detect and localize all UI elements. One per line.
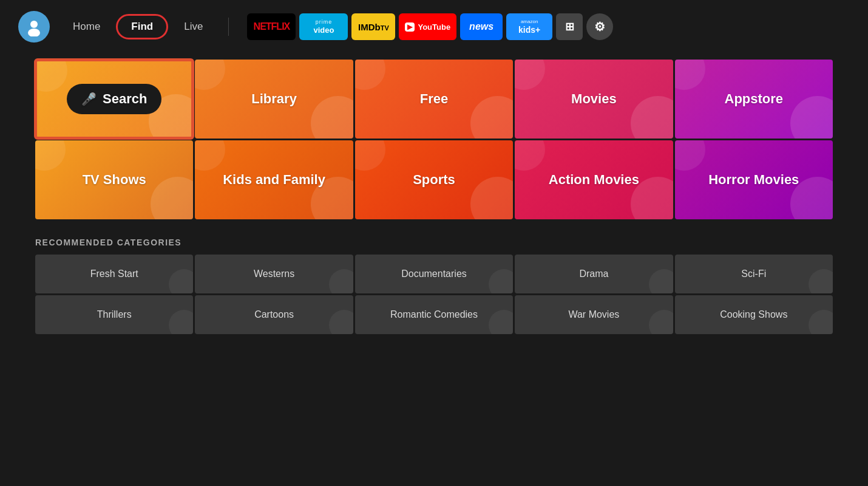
amazon-label: amazon — [521, 19, 538, 24]
settings-button[interactable]: ⚙ — [586, 13, 613, 40]
thrillers-label: Thrillers — [97, 309, 132, 320]
nav-divider — [228, 18, 229, 36]
romantic-comedies-label: Romantic Comedies — [390, 309, 478, 320]
documentaries-label: Documentaries — [401, 269, 467, 279]
svg-point-0 — [30, 21, 38, 28]
drama-label: Drama — [579, 269, 608, 279]
settings-icon: ⚙ — [594, 19, 605, 34]
recommended-section: RECOMMENDED CATEGORIES Fresh Start Weste… — [35, 238, 833, 334]
cooking-shows-label: Cooking Shows — [720, 309, 787, 320]
library-cell[interactable]: Library — [195, 60, 353, 139]
fresh-start-label: Fresh Start — [90, 269, 138, 279]
category-grid: 🎤 Search Library Free Movies Appstore TV… — [35, 60, 833, 219]
sci-fi-label: Sci-Fi — [741, 269, 766, 279]
netflix-logo[interactable]: NETFLIX — [247, 13, 296, 40]
rec-romantic-comedies[interactable]: Romantic Comedies — [355, 295, 513, 334]
rec-war-movies[interactable]: War Movies — [515, 295, 673, 334]
imdb-label: IMDbTV — [358, 22, 389, 32]
youtube-label: YouTube — [418, 22, 450, 32]
recommended-title: RECOMMENDED CATEGORIES — [35, 238, 833, 247]
actionmovies-cell[interactable]: Action Movies — [515, 140, 673, 219]
tvshows-label: TV Shows — [83, 172, 146, 188]
movies-cell[interactable]: Movies — [515, 60, 673, 139]
microphone-icon: 🎤 — [81, 92, 97, 106]
free-label: Free — [420, 91, 448, 107]
rec-thrillers[interactable]: Thrillers — [35, 295, 193, 334]
news-logo[interactable]: news — [460, 13, 503, 40]
kidsandfamily-cell[interactable]: Kids and Family — [195, 140, 353, 219]
prime-logo[interactable]: prime video — [299, 13, 348, 40]
tvshows-cell[interactable]: TV Shows — [35, 140, 193, 219]
search-label: Search — [103, 91, 147, 107]
imdb-logo[interactable]: IMDbTV — [351, 13, 395, 40]
service-logos: NETFLIX prime video IMDbTV ▶ YouTube new… — [247, 13, 613, 40]
user-avatar[interactable] — [18, 11, 50, 43]
rec-westerns[interactable]: Westerns — [195, 255, 353, 293]
prime-top-label: prime — [316, 19, 333, 25]
nav-live[interactable]: Live — [171, 15, 216, 39]
rec-cartoons[interactable]: Cartoons — [195, 295, 353, 334]
search-cell[interactable]: 🎤 Search — [35, 60, 193, 139]
rec-sci-fi[interactable]: Sci-Fi — [675, 255, 833, 293]
kidsandfamily-label: Kids and Family — [223, 172, 325, 188]
amazon-kids-logo[interactable]: amazon kids+ — [506, 13, 552, 40]
free-cell[interactable]: Free — [355, 60, 513, 139]
youtube-icon: ▶ — [405, 22, 415, 32]
apps-button[interactable]: ⊞ — [556, 13, 583, 40]
westerns-label: Westerns — [254, 269, 294, 279]
kids-label: kids+ — [518, 25, 540, 35]
rec-cooking-shows[interactable]: Cooking Shows — [675, 295, 833, 334]
horrormovies-label: Horror Movies — [708, 172, 799, 188]
header: Home Find Live NETFLIX prime video IMDbT… — [0, 0, 868, 53]
sports-cell[interactable]: Sports — [355, 140, 513, 219]
library-label: Library — [251, 91, 297, 107]
horrormovies-cell[interactable]: Horror Movies — [675, 140, 833, 219]
netflix-label: NETFLIX — [254, 21, 290, 32]
svg-point-1 — [28, 29, 40, 36]
appstore-label: Appstore — [725, 91, 784, 107]
actionmovies-label: Action Movies — [549, 172, 639, 188]
war-movies-label: War Movies — [568, 309, 619, 320]
recommended-grid: Fresh Start Westerns Documentaries Drama… — [35, 255, 833, 334]
search-button[interactable]: 🎤 Search — [67, 84, 161, 114]
rec-documentaries[interactable]: Documentaries — [355, 255, 513, 293]
cartoons-label: Cartoons — [254, 309, 294, 320]
rec-drama[interactable]: Drama — [515, 255, 673, 293]
news-label: news — [469, 21, 493, 32]
nav-home[interactable]: Home — [59, 15, 114, 39]
apps-icon: ⊞ — [565, 20, 574, 33]
nav-items: Home Find Live — [59, 14, 216, 39]
prime-bottom-label: video — [313, 26, 334, 35]
appstore-cell[interactable]: Appstore — [675, 60, 833, 139]
rec-fresh-start[interactable]: Fresh Start — [35, 255, 193, 293]
nav-find[interactable]: Find — [116, 14, 168, 39]
movies-label: Movies — [571, 91, 617, 107]
main-content: 🎤 Search Library Free Movies Appstore TV… — [0, 53, 868, 346]
sports-label: Sports — [413, 172, 455, 188]
youtube-logo[interactable]: ▶ YouTube — [399, 13, 456, 40]
